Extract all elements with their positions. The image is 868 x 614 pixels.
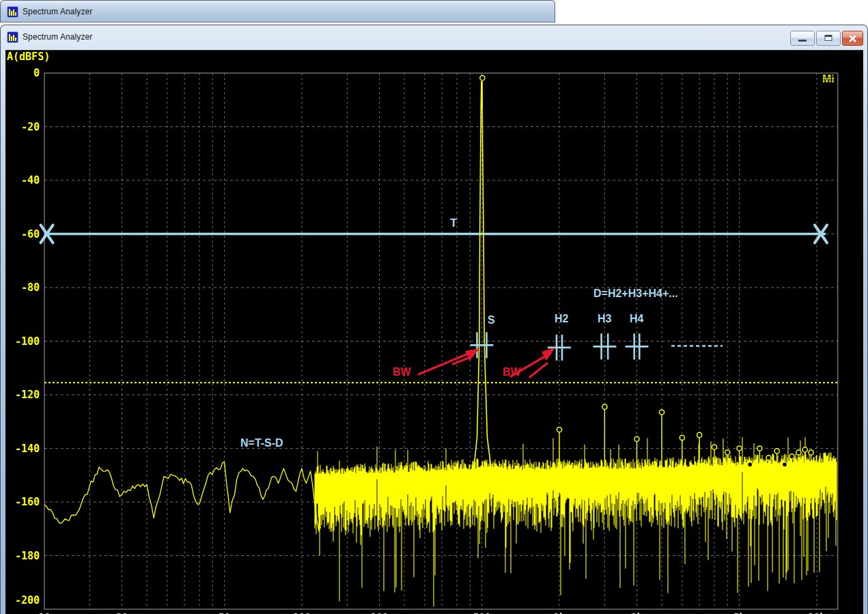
- svg-text:0: 0: [33, 67, 40, 79]
- maximize-icon: [825, 35, 832, 41]
- svg-text:10: 10: [39, 611, 51, 614]
- svg-text:-140: -140: [15, 443, 40, 455]
- harmonic-marker: [789, 454, 794, 459]
- harmonic-marker: [602, 404, 607, 409]
- label-BW-1: BW: [393, 366, 412, 378]
- fundamental-peak-marker: [480, 75, 485, 80]
- harmonic-marker: [766, 456, 771, 460]
- label-H2: H2: [555, 313, 569, 324]
- maximize-button[interactable]: [816, 31, 841, 46]
- svg-text:1k: 1k: [554, 611, 565, 614]
- svg-text:-160: -160: [15, 496, 40, 508]
- grid: [44, 73, 838, 609]
- desktop: Spectrum Analyzer Spectrum Analyzer 0-20…: [0, 0, 868, 614]
- total-power-line: [41, 225, 828, 243]
- svg-text:-200: -200: [15, 594, 40, 606]
- harmonic-marker: [757, 446, 762, 451]
- harmonic-marker: [809, 450, 813, 455]
- label-S: S: [488, 314, 495, 326]
- harmonic-marker: [659, 410, 664, 415]
- label-T: T: [450, 217, 458, 229]
- harmonic-marker: [774, 449, 779, 453]
- fundamental-peak: [474, 75, 491, 467]
- background-window-title: Spectrum Analyzer: [23, 7, 92, 16]
- harmonic-marker: [634, 436, 639, 441]
- harmonic-marker: [796, 450, 801, 455]
- spectrum-analyzer-window: Spectrum Analyzer 0-20-40-60-80-100-120-…: [0, 25, 868, 614]
- spectrum-analyzer-app-icon: [7, 31, 18, 43]
- svg-text:2k: 2k: [631, 611, 643, 614]
- watermark-logo: Mi: [822, 73, 835, 85]
- minimize-button[interactable]: [790, 31, 815, 46]
- x-axis-labels: 1020501002005001k2k5k10k: [39, 611, 826, 614]
- label-H4: H4: [630, 313, 644, 324]
- titlebar[interactable]: Spectrum Analyzer: [1, 25, 867, 48]
- close-button[interactable]: [842, 31, 863, 46]
- svg-text:10k: 10k: [808, 611, 826, 614]
- label-N: N=T-S-D: [240, 437, 283, 449]
- harmonic-marker: [802, 447, 807, 452]
- svg-text:50: 50: [219, 611, 230, 614]
- svg-text:5k: 5k: [733, 611, 745, 614]
- noise-floor-dense: [315, 437, 837, 606]
- svg-text:-120: -120: [15, 389, 40, 401]
- y-axis-title: A(dBFS): [7, 51, 50, 63]
- y-axis-labels: 0-20-40-60-80-100-120-140-160-180-200: [15, 67, 40, 606]
- window-title: Spectrum Analyzer: [23, 32, 92, 42]
- svg-text:100: 100: [293, 611, 310, 614]
- close-icon: [848, 34, 857, 43]
- svg-text:-20: -20: [21, 121, 40, 133]
- svg-text:-180: -180: [15, 550, 40, 562]
- svg-text:500: 500: [473, 611, 490, 614]
- harmonic-marker: [725, 450, 730, 455]
- window-controls: [789, 31, 863, 46]
- svg-text:200: 200: [371, 611, 388, 614]
- spectrum-plot[interactable]: 0-20-40-60-80-100-120-140-160-180-200A(d…: [5, 51, 863, 614]
- svg-text:-80: -80: [21, 281, 40, 294]
- plot-client-area: 0-20-40-60-80-100-120-140-160-180-200A(d…: [5, 50, 863, 614]
- svg-text:-40: -40: [21, 174, 40, 186]
- label-H3: H3: [598, 313, 612, 324]
- svg-text:-100: -100: [15, 335, 40, 348]
- harmonic-marker: [680, 435, 684, 440]
- minimize-icon: [798, 40, 807, 42]
- background-window-titlebar[interactable]: Spectrum Analyzer: [1, 1, 555, 23]
- harmonic-marker: [557, 427, 561, 432]
- spectrum-analyzer-app-icon: [7, 6, 18, 18]
- label-D: D=H2+H3+H4+...: [593, 288, 678, 299]
- svg-text:20: 20: [116, 611, 128, 614]
- svg-text:-60: -60: [21, 228, 40, 240]
- background-window[interactable]: Spectrum Analyzer: [0, 0, 555, 23]
- noise-floor-trace: [44, 462, 322, 531]
- harmonic-marker: [737, 446, 742, 451]
- harmonic-marker: [782, 462, 787, 466]
- harmonic-marker: [748, 462, 753, 466]
- label-BW-2: BW: [503, 366, 522, 378]
- harmonic-marker: [712, 445, 716, 449]
- harmonic-marker: [697, 432, 702, 437]
